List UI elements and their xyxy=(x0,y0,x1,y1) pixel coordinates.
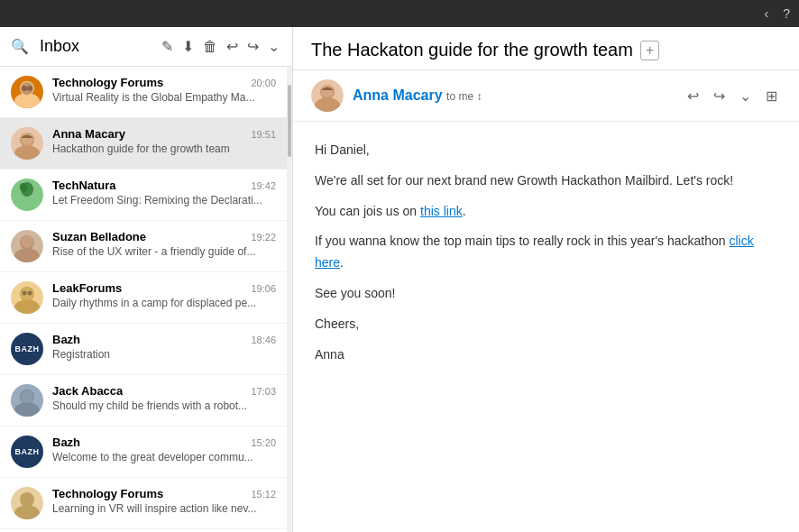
email-top-row: Anna Macary 19:51 xyxy=(52,127,276,141)
delete-icon[interactable]: 🗑 xyxy=(201,37,219,57)
greeting: Hi Daniel, xyxy=(315,140,777,161)
list-item[interactable]: BAZH Bazh 15:20 Welcome to the great dev… xyxy=(0,427,287,478)
avatar xyxy=(11,179,43,211)
list-item[interactable]: Technology Forums 20:00 Virtual Reality … xyxy=(0,67,287,118)
email-time: 20:00 xyxy=(251,78,276,88)
email-time: 17:03 xyxy=(251,386,276,397)
avatar xyxy=(11,76,43,108)
email-subject: Virtual Reality is the Global Empathy Ma… xyxy=(52,91,276,104)
to-me-label: to me ↕ xyxy=(446,90,482,103)
body-line2: You can jois us on this link. xyxy=(315,201,777,223)
search-icon[interactable]: 🔍 xyxy=(11,38,29,55)
email-subject: Should my child be friends with a robot.… xyxy=(52,399,276,412)
window-help-icon[interactable]: ? xyxy=(783,6,790,21)
email-body: Hi Daniel, We're all set for our next br… xyxy=(293,122,799,532)
svg-point-3 xyxy=(22,86,27,91)
email-content: Anna Macary 19:51 Hackathon guide for th… xyxy=(52,127,276,155)
email-view: The Hackaton guide for the growth team +… xyxy=(293,27,799,532)
sender-name: LeakForums xyxy=(52,281,122,295)
svg-point-1 xyxy=(14,93,40,108)
email-time: 19:42 xyxy=(251,180,276,191)
sidebar-scroll-area: Technology Forums 20:00 Virtual Reality … xyxy=(0,67,292,532)
email-subject: Let Freedom Sing: Remixing the Declarati… xyxy=(52,194,276,206)
email-view-header: The Hackaton guide for the growth team + xyxy=(293,27,799,70)
sender-info: Anna Macary to me ↕ xyxy=(353,87,675,104)
email-content: Technology Forums 20:00 Virtual Reality … xyxy=(52,76,276,104)
sender-name: Suzan Belladone xyxy=(52,230,146,243)
list-item[interactable]: BAZH Bazh 18:46 Registration xyxy=(0,324,287,375)
email-content: LeakForums 19:06 Daily rhythms in a camp… xyxy=(52,281,276,309)
forward-action-icon[interactable]: ↪ xyxy=(710,86,729,106)
email-top-row: Suzan Belladone 19:22 xyxy=(52,230,276,243)
inbox-title: Inbox xyxy=(40,37,152,56)
email-subject: Rise of the UX writer - a friendly guide… xyxy=(52,245,276,258)
svg-point-37 xyxy=(321,85,334,97)
email-time: 15:12 xyxy=(251,489,276,500)
email-content: TechNatura 19:42 Let Freedom Sing: Remix… xyxy=(52,179,276,206)
svg-point-4 xyxy=(27,86,32,91)
email-top-row: TechNatura 19:42 xyxy=(52,179,276,192)
email-meta-row: Anna Macary to me ↕ ↩ ↪ ⌄ ⊞ xyxy=(293,70,799,122)
app-container: 🔍 Inbox ✎ ⬇ 🗑 ↩ ↪ ⌄ xyxy=(0,27,799,532)
more-icon[interactable]: ⌄ xyxy=(266,36,281,57)
svg-point-21 xyxy=(23,291,27,296)
compose-icon[interactable]: ✎ xyxy=(160,36,175,57)
sender-name-main: Anna Macary xyxy=(353,87,443,103)
body-line5: Cheers, xyxy=(315,314,777,335)
sender-name: Bazh xyxy=(52,436,80,449)
avatar xyxy=(11,281,43,314)
email-top-row: Bazh 18:46 xyxy=(52,333,276,346)
list-item[interactable]: TechNatura 19:42 Let Freedom Sing: Remix… xyxy=(0,170,287,221)
sidebar-header: 🔍 Inbox ✎ ⬇ 🗑 ↩ ↪ ⌄ xyxy=(0,27,292,67)
email-top-row: Bazh 15:20 xyxy=(52,436,276,449)
sender-name: Jack Abacca xyxy=(52,384,123,398)
window-back-icon[interactable]: ‹ xyxy=(765,6,769,21)
email-time: 18:46 xyxy=(251,335,276,345)
more-action-icon[interactable]: ⌄ xyxy=(736,86,755,106)
email-time: 19:06 xyxy=(251,283,276,294)
body-signature: Anna xyxy=(315,344,777,366)
email-top-row: Jack Abacca 17:03 xyxy=(52,384,276,398)
scroll-thumb[interactable] xyxy=(288,85,291,157)
list-item[interactable]: Suzan Belladone 19:22 Rise of the UX wri… xyxy=(0,221,287,272)
svg-point-22 xyxy=(28,291,32,296)
email-subject: Hackathon guide for the growth team xyxy=(52,142,276,155)
avatar xyxy=(11,230,43,262)
email-subject-text: The Hackaton guide for the growth team xyxy=(311,40,633,60)
header-icons: ✎ ⬇ 🗑 ↩ ↪ ⌄ xyxy=(160,36,281,57)
email-top-row: Technology Forums 15:12 xyxy=(52,487,276,500)
avatar: BAZH xyxy=(11,333,43,365)
list-item[interactable]: Anna Macary 19:51 Hackathon guide for th… xyxy=(0,118,287,170)
forward-icon[interactable]: ↪ xyxy=(245,36,261,57)
this-link[interactable]: this link xyxy=(420,204,463,218)
body-line3-suffix: . xyxy=(340,255,344,270)
expand-action-icon[interactable]: ⊞ xyxy=(762,86,781,106)
email-subject: Welcome to the great developer commu... xyxy=(52,451,276,463)
sender-avatar xyxy=(311,79,344,112)
reply-icon[interactable]: ↩ xyxy=(225,36,240,57)
download-icon[interactable]: ⬇ xyxy=(180,36,196,57)
window-bar: ‹ ? xyxy=(0,0,799,27)
body-line2-prefix: You can jois us on xyxy=(315,204,420,218)
list-item[interactable]: Technology Forums 15:12 Learning in VR w… xyxy=(0,478,287,529)
scrollbar[interactable] xyxy=(287,67,292,532)
svg-point-16 xyxy=(21,235,33,248)
list-item[interactable]: Jack Abacca 17:03 Should my child be fri… xyxy=(0,375,287,427)
list-item[interactable]: LeakForums 19:06 Daily rhythms in a camp… xyxy=(0,272,287,324)
svg-point-8 xyxy=(21,133,33,145)
body-line3: If you wanna know the top main tips to r… xyxy=(315,231,777,274)
body-line2-suffix: . xyxy=(463,204,466,218)
sender-name: Technology Forums xyxy=(52,76,163,89)
email-subject-title: The Hackaton guide for the growth team + xyxy=(311,40,781,60)
sender-name: TechNatura xyxy=(52,179,116,192)
sender-name: Bazh xyxy=(52,333,80,346)
add-tab-icon[interactable]: + xyxy=(640,41,659,60)
sender-name: Anna Macary xyxy=(52,127,125,141)
email-top-row: LeakForums 19:06 xyxy=(52,281,276,295)
email-content: Technology Forums 15:12 Learning in VR w… xyxy=(52,487,276,515)
email-time: 19:51 xyxy=(251,129,276,140)
email-time: 19:22 xyxy=(251,232,276,243)
avatar xyxy=(11,487,43,519)
reply-action-icon[interactable]: ↩ xyxy=(684,86,703,106)
sender-name: Technology Forums xyxy=(52,487,163,500)
